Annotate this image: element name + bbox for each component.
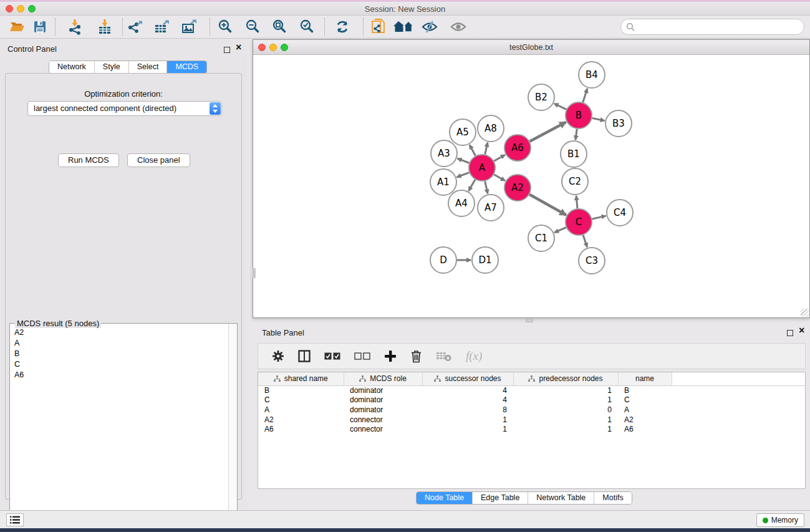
graph-edge-A-A2[interactable] bbox=[494, 175, 505, 181]
table-cell[interactable]: 4 bbox=[422, 385, 513, 395]
apply-layout-refresh-icon[interactable] bbox=[332, 17, 353, 36]
graph-edge-A6-B[interactable] bbox=[529, 122, 566, 142]
mcds-result-list[interactable]: A2ABCA6 bbox=[11, 327, 228, 532]
graph-edge-C-C1[interactable] bbox=[554, 228, 566, 233]
column-header-name[interactable]: name bbox=[618, 372, 672, 385]
tab-network-table[interactable]: Network Table bbox=[528, 492, 594, 504]
float-panel-icon[interactable] bbox=[224, 44, 230, 56]
table-cell[interactable]: 4 bbox=[422, 395, 513, 405]
table-body[interactable]: Bdominator41BCdominator41CAdominator80AA… bbox=[258, 385, 805, 434]
mcds-result-item[interactable]: B bbox=[11, 349, 228, 359]
graph-edge-B-B4[interactable] bbox=[583, 89, 587, 102]
table-cell[interactable]: 0 bbox=[513, 405, 618, 415]
graph-edge-A-A3[interactable] bbox=[458, 158, 470, 163]
table-cell[interactable]: B bbox=[258, 385, 344, 395]
table-cell[interactable]: A2 bbox=[258, 415, 344, 425]
mcds-result-item[interactable]: A6 bbox=[11, 370, 228, 380]
tab-edge-table[interactable]: Edge Table bbox=[473, 492, 528, 504]
deselect-all-icon[interactable] bbox=[354, 352, 370, 360]
table-cell[interactable]: A6 bbox=[618, 424, 672, 434]
gear-icon[interactable] bbox=[272, 350, 284, 362]
table-cell[interactable]: A2 bbox=[618, 415, 672, 425]
export-table-icon[interactable] bbox=[152, 17, 173, 36]
graph-edge-A2-C[interactable] bbox=[529, 195, 566, 215]
search-box[interactable] bbox=[620, 19, 804, 35]
table-cell[interactable]: 1 bbox=[513, 395, 618, 405]
table-row[interactable]: A6connector11A6 bbox=[258, 424, 805, 434]
graph-edge-C-C4[interactable] bbox=[592, 216, 605, 219]
table-cell[interactable]: B bbox=[618, 385, 672, 395]
import-table-icon[interactable] bbox=[94, 17, 115, 36]
graph-edge-A-A1[interactable] bbox=[457, 173, 470, 177]
open-folder-icon[interactable] bbox=[7, 17, 28, 36]
table-cell[interactable]: dominator bbox=[344, 385, 422, 395]
function-builder-icon[interactable]: f(x) bbox=[466, 349, 482, 363]
tab-network[interactable]: Network bbox=[49, 61, 95, 73]
table-cell[interactable]: dominator bbox=[344, 395, 422, 405]
graph-edge-A-A8[interactable] bbox=[485, 142, 488, 154]
graph-edge-A-A4[interactable] bbox=[469, 180, 475, 191]
mcds-result-scrollbar[interactable] bbox=[228, 324, 237, 532]
splitter-handle[interactable] bbox=[253, 268, 256, 278]
import-network-icon[interactable] bbox=[64, 17, 85, 36]
table-row[interactable]: Bdominator41B bbox=[258, 385, 805, 395]
column-header-predecessor-nodes[interactable]: predecessor nodes bbox=[513, 372, 618, 385]
graph-edge-B-B2[interactable] bbox=[554, 104, 566, 109]
graph-edge-A-A5[interactable] bbox=[470, 145, 476, 155]
zoom-in-icon[interactable] bbox=[215, 17, 236, 36]
cyndex-houses-icon[interactable] bbox=[393, 17, 414, 36]
table-cell[interactable]: 1 bbox=[513, 385, 618, 395]
task-history-list-button[interactable] bbox=[6, 513, 24, 526]
show-all-eye-icon[interactable] bbox=[448, 17, 469, 36]
close-panel-button[interactable]: Close panel bbox=[127, 153, 190, 167]
network-graph[interactable]: AA1A2A3A4A5A6A7A8BB1B2B3B4CC1C2C3C4DD1 bbox=[253, 55, 809, 317]
network-window-titlebar[interactable]: testGlobe.txt bbox=[253, 40, 809, 55]
table-cell[interactable]: C bbox=[618, 395, 672, 405]
table-cell[interactable]: connector bbox=[344, 415, 422, 425]
export-network-icon[interactable] bbox=[125, 17, 146, 36]
zoom-selected-icon[interactable] bbox=[296, 17, 317, 36]
graph-edge-A-A6[interactable] bbox=[494, 155, 505, 161]
mcds-result-item[interactable]: C bbox=[11, 359, 228, 370]
table-cell[interactable]: dominator bbox=[344, 405, 422, 415]
window-resize-grip[interactable] bbox=[801, 309, 809, 317]
graph-edge-B-B1[interactable] bbox=[576, 129, 577, 140]
node-table[interactable]: shared nameMCDS rolesuccessor nodesprede… bbox=[258, 372, 806, 489]
delete-table-icon[interactable] bbox=[436, 351, 452, 362]
table-header-row[interactable]: shared nameMCDS rolesuccessor nodesprede… bbox=[258, 372, 805, 385]
tab-mcds[interactable]: MCDS bbox=[167, 61, 206, 73]
column-header-MCDS-role[interactable]: MCDS role bbox=[344, 372, 422, 385]
table-row[interactable]: A2connector11A2 bbox=[258, 415, 805, 425]
table-cell[interactable]: A bbox=[618, 405, 672, 415]
float-table-panel-icon[interactable] bbox=[787, 327, 793, 339]
close-table-panel-icon[interactable]: × bbox=[799, 327, 804, 334]
export-image-icon[interactable] bbox=[179, 17, 200, 36]
zoom-out-icon[interactable] bbox=[242, 17, 263, 36]
column-header-successor-nodes[interactable]: successor nodes bbox=[422, 372, 513, 385]
hide-selected-eye-slash-icon[interactable] bbox=[419, 17, 440, 36]
save-icon[interactable] bbox=[29, 17, 51, 36]
zoom-fit-icon[interactable] bbox=[269, 17, 290, 36]
graph-edge-C-C2[interactable] bbox=[576, 196, 577, 208]
table-row[interactable]: Cdominator41C bbox=[258, 395, 805, 405]
delete-column-trash-icon[interactable] bbox=[410, 350, 422, 363]
table-cell[interactable]: C bbox=[258, 395, 344, 405]
close-panel-icon[interactable]: × bbox=[236, 44, 241, 51]
table-cell[interactable]: A bbox=[258, 405, 344, 415]
mcds-result-item[interactable]: A2 bbox=[11, 327, 228, 338]
tab-node-table[interactable]: Node Table bbox=[417, 492, 473, 504]
search-input[interactable] bbox=[635, 22, 804, 32]
table-row[interactable]: Adominator80A bbox=[258, 405, 805, 415]
table-cell[interactable]: 1 bbox=[422, 424, 513, 434]
table-cell[interactable]: 1 bbox=[422, 415, 513, 425]
tab-style[interactable]: Style bbox=[95, 61, 129, 73]
new-network-from-selection-icon[interactable] bbox=[368, 17, 389, 36]
optimization-criterion-select[interactable]: largest connected component (directed) bbox=[27, 101, 222, 116]
select-all-icon[interactable] bbox=[324, 352, 340, 360]
mcds-result-item[interactable]: A bbox=[11, 338, 228, 349]
split-pane-icon[interactable] bbox=[298, 350, 311, 362]
run-mcds-button[interactable]: Run MCDS bbox=[58, 153, 119, 167]
memory-button[interactable]: Memory bbox=[756, 513, 804, 527]
add-column-icon[interactable] bbox=[384, 350, 397, 362]
table-cell[interactable]: 8 bbox=[422, 405, 513, 415]
